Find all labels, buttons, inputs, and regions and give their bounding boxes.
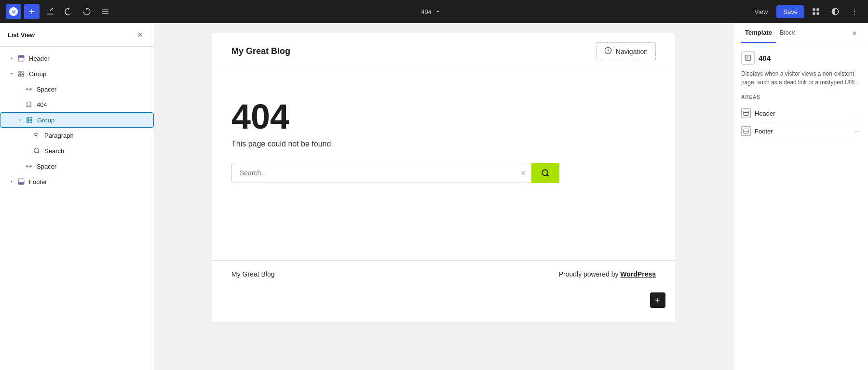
spacer1-label: Spacer	[37, 86, 56, 93]
spacer1-icon	[24, 84, 34, 94]
group1-label: Group	[29, 70, 46, 78]
undo-button[interactable]	[61, 4, 76, 19]
list-item[interactable]: Group	[0, 66, 154, 81]
list-view-close-button[interactable]	[135, 29, 146, 40]
right-panel: Template Block 404 Displays when a visit…	[733, 23, 868, 370]
404item-label: 404	[37, 101, 47, 108]
list-view-title: List View	[8, 31, 35, 39]
template-icon	[741, 51, 755, 65]
edit-button[interactable]	[42, 4, 58, 19]
theme-toggle-button[interactable]	[827, 4, 843, 19]
toolbar: 404 View Save	[0, 0, 868, 23]
svg-rect-2	[813, 13, 815, 15]
area-footer-icon	[741, 126, 751, 136]
svg-point-5	[854, 11, 855, 12]
page-title-text: 404	[421, 8, 432, 15]
add-btn-area	[212, 288, 675, 313]
list-item[interactable]: Paragraph	[0, 128, 154, 143]
svg-point-17	[34, 148, 39, 153]
footer-site-title: My Great Blog	[231, 270, 274, 278]
template-name: 404	[759, 54, 771, 62]
main-layout: List View Header	[0, 23, 868, 370]
search-clear-button[interactable]	[515, 163, 531, 183]
list-view-items: Header Group Spacer	[0, 47, 154, 370]
svg-rect-11	[19, 74, 21, 76]
right-panel-tabs: Template Block	[733, 23, 868, 43]
search-input[interactable]	[231, 163, 515, 183]
footer-wordpress-link[interactable]: WordPress	[620, 270, 656, 278]
area-header-icon	[741, 108, 751, 118]
footer-powered-text: Proudly powered by	[559, 270, 621, 278]
canvas-header: My Great Blog Navigation	[212, 33, 675, 70]
list-item[interactable]: 404	[0, 97, 154, 112]
svg-rect-22	[745, 55, 751, 61]
canvas-inner: My Great Blog Navigation 404 This page c…	[212, 33, 675, 322]
list-item[interactable]: Search	[0, 143, 154, 159]
toggle-group2[interactable]	[16, 116, 24, 124]
right-panel-content: 404 Displays when a visitor views a non-…	[733, 43, 868, 370]
group2-label: Group	[37, 117, 54, 124]
svg-rect-0	[813, 8, 815, 11]
nav-label: Navigation	[616, 48, 648, 55]
tab-template[interactable]: Template	[741, 23, 776, 43]
header-icon	[16, 53, 26, 63]
area-footer-left: Footer	[741, 126, 773, 136]
list-item[interactable]: Header	[0, 51, 154, 66]
toggle-footer[interactable]	[8, 178, 15, 185]
right-panel-close-button[interactable]	[849, 27, 860, 39]
svg-rect-13	[27, 118, 29, 119]
svg-point-4	[854, 9, 855, 10]
svg-point-6	[854, 13, 855, 14]
toolbar-left	[6, 4, 113, 19]
redo-button[interactable]	[79, 4, 95, 19]
list-item-selected[interactable]: Group	[0, 112, 154, 128]
area-header: Header —	[741, 105, 860, 122]
svg-rect-24	[744, 129, 748, 133]
svg-rect-23	[744, 111, 748, 116]
list-item[interactable]: Footer	[0, 174, 154, 189]
view-button[interactable]: View	[749, 6, 773, 17]
svg-rect-10	[22, 71, 24, 73]
search-icon	[32, 146, 41, 156]
group2-icon	[25, 115, 34, 125]
error-message: This page could not be found.	[231, 140, 656, 148]
settings-icon-button[interactable]	[808, 4, 824, 19]
area-header-label: Header	[755, 110, 775, 117]
more-options-button[interactable]	[847, 4, 862, 19]
page-title-dropdown[interactable]: 404	[417, 6, 445, 17]
area-footer-dash: —	[854, 128, 860, 135]
wp-logo[interactable]	[6, 4, 21, 19]
footer-label: Footer	[29, 178, 47, 185]
add-block-button[interactable]	[24, 4, 40, 19]
add-block-bottom-button[interactable]	[650, 292, 665, 308]
svg-rect-14	[30, 118, 32, 119]
tab-block[interactable]: Block	[776, 23, 799, 43]
list-item[interactable]: Spacer	[0, 159, 154, 174]
navigation-block[interactable]: Navigation	[596, 42, 656, 60]
svg-rect-9	[19, 71, 21, 73]
svg-rect-12	[22, 74, 24, 76]
search-label: Search	[44, 147, 64, 155]
group1-icon	[16, 69, 26, 79]
list-view-header: List View	[0, 23, 154, 47]
spacer2-label: Spacer	[37, 163, 56, 170]
svg-rect-19	[18, 182, 24, 185]
save-button[interactable]: Save	[776, 5, 804, 18]
svg-rect-8	[18, 55, 24, 58]
area-footer: Footer —	[741, 122, 860, 140]
list-view-button[interactable]	[97, 4, 113, 19]
svg-rect-16	[30, 120, 32, 122]
template-description: Displays when a visitor views a non-exis…	[741, 69, 860, 87]
toggle-group1[interactable]	[8, 70, 15, 78]
paragraph-icon	[32, 131, 41, 140]
list-view-panel: List View Header	[0, 23, 154, 370]
list-item[interactable]: Spacer	[0, 81, 154, 97]
canvas-content: 404 This page could not be found.	[212, 70, 675, 202]
area-header-dash: —	[854, 110, 860, 117]
area-header-left: Header	[741, 108, 775, 118]
svg-rect-15	[27, 120, 29, 122]
toggle-header[interactable]	[8, 54, 15, 62]
header-label: Header	[29, 55, 50, 62]
search-submit-button[interactable]	[531, 163, 559, 183]
paragraph-label: Paragraph	[44, 132, 74, 139]
